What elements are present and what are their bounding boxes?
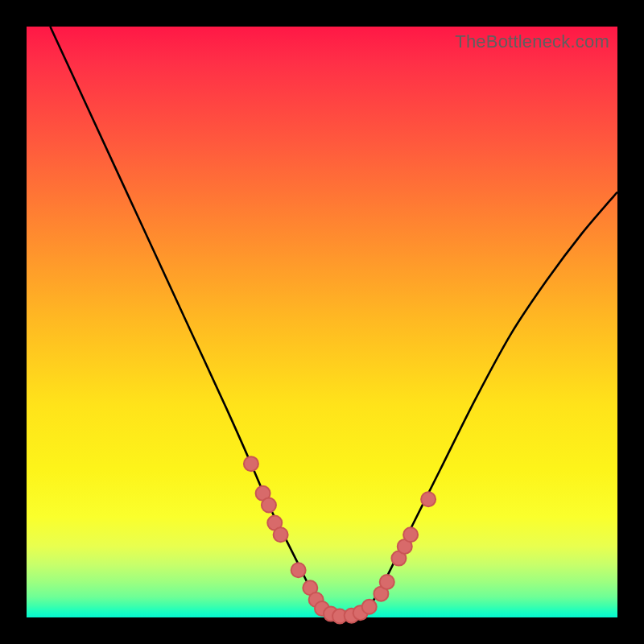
data-marker <box>403 527 418 542</box>
data-marker <box>380 575 394 589</box>
plot-area: TheBottleneck.com <box>27 27 617 617</box>
data-marker <box>262 498 276 513</box>
data-marker <box>244 456 258 471</box>
data-marker <box>274 527 288 542</box>
data-marker <box>362 600 377 614</box>
data-marker <box>291 563 306 577</box>
marker-group <box>244 456 436 623</box>
curve-svg <box>27 27 617 617</box>
data-marker <box>421 492 436 506</box>
bottleneck-curve <box>50 27 617 617</box>
chart-frame: TheBottleneck.com <box>0 0 644 644</box>
